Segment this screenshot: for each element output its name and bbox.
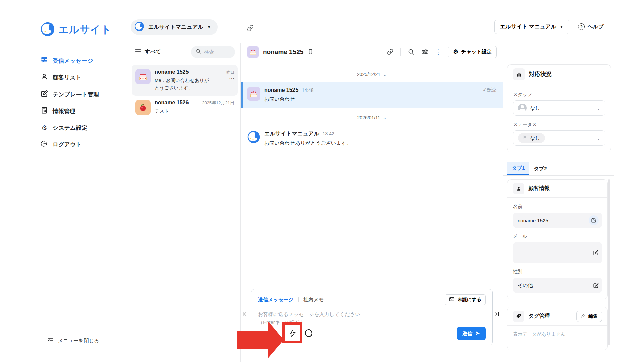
apple-avatar <box>135 100 151 115</box>
field-label: 性別 <box>513 269 602 275</box>
field-label: メール <box>513 233 602 239</box>
chat-item-time: 昨日 <box>226 70 234 75</box>
close-menu-button[interactable]: メニューを閉じる <box>47 337 119 345</box>
openai-icon[interactable] <box>304 329 313 339</box>
sidebar-item-label: システム設定 <box>53 124 88 132</box>
status-select[interactable]: なし ⌄ <box>513 130 605 146</box>
staff-label: スタッフ <box>513 92 605 98</box>
chat-settings-button[interactable]: ⚙ チャット設定 <box>448 46 497 58</box>
chat-list-header: すべて <box>129 43 240 61</box>
chat-settings-label: チャット設定 <box>461 49 492 55</box>
kebab-menu-icon[interactable]: ⋮ <box>435 48 441 56</box>
expand-right-handle[interactable] <box>494 311 500 318</box>
copy-link-icon[interactable] <box>247 24 254 32</box>
gear-icon: ⚙ <box>41 124 48 131</box>
message-sender: noname 1525 <box>264 87 298 93</box>
question-circle-icon: ? <box>578 23 585 30</box>
help-button[interactable]: ? ヘルプ <box>578 23 604 31</box>
account-menu-button[interactable]: エルサイト マニュアル ▼ <box>494 20 569 34</box>
edit-icon[interactable] <box>593 250 599 256</box>
help-label: ヘルプ <box>587 23 604 31</box>
filter-button[interactable]: すべて <box>135 48 161 56</box>
inbox-icon <box>41 56 48 65</box>
workspace-switcher[interactable]: エルサイトマニュアル ▼ <box>131 19 218 35</box>
message-row[interactable]: エルサイトマニュアル 13:42 お問い合わせありがとうございます。 <box>241 126 503 152</box>
tab-internal-memo[interactable]: 社内メモ <box>303 297 324 303</box>
tab-1[interactable]: タブ1 <box>507 162 529 175</box>
link-icon[interactable] <box>387 48 394 55</box>
tag-icon <box>513 311 524 322</box>
chat-item-preview: Me：お問い合わせありが <box>155 77 209 84</box>
chat-list-item[interactable]: noname 1526 2025年12月21日 テスト <box>132 96 238 119</box>
sidebar-item-info[interactable]: 情報管理 <box>41 103 129 119</box>
filter-sliders-icon[interactable] <box>421 48 428 55</box>
date-separator[interactable]: 2025/12/21 ⌄ <box>357 72 387 77</box>
sidebar-item-settings[interactable]: ⚙ システム設定 <box>41 119 129 136</box>
message-text: お問い合わせありがとうございます。 <box>264 140 352 146</box>
edit-icon[interactable] <box>593 283 599 288</box>
person-icon <box>41 73 48 82</box>
sidebar-item-logout[interactable]: ログアウト <box>41 136 129 153</box>
edit-icon[interactable] <box>589 215 599 225</box>
gender-field: その他 <box>513 278 602 293</box>
date-label: 2025/12/21 <box>357 72 380 77</box>
person-icon <box>513 183 524 194</box>
tag-edit-button[interactable]: 編集 <box>576 311 602 322</box>
chevron-down-icon: ⌄ <box>597 106 600 111</box>
bar-chart-icon <box>513 68 525 80</box>
search-input[interactable] <box>204 49 231 55</box>
search-icon[interactable] <box>408 48 415 55</box>
brand-name: エルサイト <box>58 23 112 37</box>
sidebar-item-inbox[interactable]: 受信メッセージ <box>41 52 129 69</box>
tag-edit-label: 編集 <box>588 313 598 319</box>
email-field <box>513 242 602 263</box>
sidebar-item-templates[interactable]: テンプレート管理 <box>41 86 129 103</box>
send-button[interactable]: 送信 <box>457 327 486 340</box>
tag-card: タグ管理 編集 表示データがありません <box>507 307 608 350</box>
send-label: 送信 <box>462 330 472 337</box>
sidebar-footer: メニューを閉じる <box>32 331 119 345</box>
message-stream: 2025/12/21 ⌄ noname 1525 14:48 お問 <box>241 61 503 152</box>
tag-card-title: タグ管理 <box>528 313 550 320</box>
sidebar: 受信メッセージ 顧客リスト テンプレート管理 <box>32 43 129 362</box>
paper-plane-icon <box>475 330 480 337</box>
chat-main: noname 1525 <box>241 43 503 362</box>
filter-label: すべて <box>145 48 161 55</box>
bookmark-icon[interactable] <box>307 49 314 55</box>
chat-item-time: 2025年12月21日 <box>202 100 234 106</box>
more-options-icon[interactable]: ⋯ <box>229 75 234 84</box>
chat-item-name: noname 1525 <box>155 69 189 75</box>
sidebar-item-label: 顧客リスト <box>53 74 82 81</box>
tab-send-message[interactable]: 送信メッセージ <box>258 297 293 303</box>
message-row[interactable]: noname 1525 14:48 お問い合わせ ✓既読 <box>241 82 503 108</box>
staff-value: なし <box>530 105 540 111</box>
status-card-title: 対応状況 <box>529 70 552 78</box>
collapse-left-handle[interactable] <box>241 311 248 318</box>
chat-title: noname 1525 <box>263 48 303 56</box>
name-field: noname 1525 <box>513 213 602 228</box>
chat-list-panel: すべて <box>129 43 241 362</box>
date-separator[interactable]: 2026/01/11 ⌄ <box>357 115 387 120</box>
staff-select[interactable]: なし ⌄ <box>513 100 605 116</box>
field-label: 名前 <box>513 204 602 210</box>
message-time: 13:42 <box>323 131 334 136</box>
divider <box>400 48 401 56</box>
mark-unread-button[interactable]: 未読にする <box>445 294 486 305</box>
hamburger-icon <box>135 48 141 56</box>
scrollbar-thumb[interactable] <box>608 179 610 345</box>
tab-2[interactable]: タブ2 <box>529 162 551 175</box>
search-box[interactable] <box>191 46 235 58</box>
info-doc-icon <box>41 107 48 116</box>
chevron-down-icon: ⌄ <box>383 115 387 120</box>
sidebar-item-label: 情報管理 <box>53 107 75 115</box>
status-value: なし <box>530 135 540 141</box>
sidebar-item-customers[interactable]: 顧客リスト <box>41 69 129 86</box>
app-root: エルサイト エルサイトマニュアル ▼ エルサイト マニュアル <box>0 0 644 362</box>
template-icon <box>41 90 48 99</box>
brand-bird-icon <box>247 130 260 144</box>
envelope-icon <box>449 296 455 303</box>
pencil-icon <box>581 313 586 319</box>
chat-list-item[interactable]: noname 1525 昨日 Me：お問い合わせありが ⋯ とうございます。 <box>132 65 238 96</box>
cake-avatar <box>135 69 151 84</box>
right-panel-tabs: タブ1 タブ2 <box>503 162 614 176</box>
